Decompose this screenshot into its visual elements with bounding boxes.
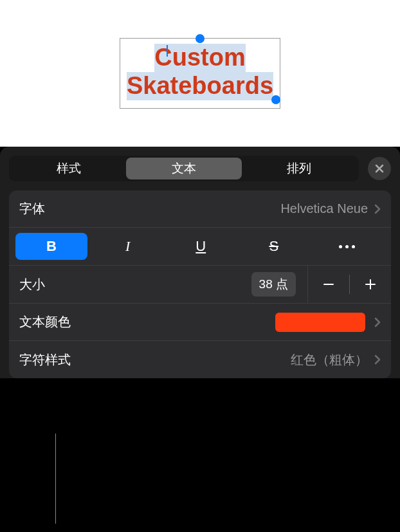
style-buttons-row: B I U S	[9, 228, 391, 266]
font-label: 字体	[19, 200, 45, 217]
text-color-label: 文本颜色	[19, 313, 71, 331]
ellipsis-icon	[339, 245, 355, 248]
format-panel: 样式 文本 排列 字体 Helvetica Neue B I U S	[0, 147, 400, 378]
character-style-row[interactable]: 字符样式 红色（粗体）	[9, 341, 391, 378]
more-styles-button[interactable]	[311, 233, 384, 260]
font-row[interactable]: 字体 Helvetica Neue	[9, 190, 391, 228]
tab-arrange[interactable]: 排列	[242, 158, 357, 179]
character-style-label: 字符样式	[19, 351, 71, 369]
text-line-1[interactable]: Custom	[154, 44, 245, 72]
size-row: 大小 38 点	[9, 266, 391, 304]
font-value: Helvetica Neue	[280, 201, 368, 216]
tab-text[interactable]: 文本	[126, 158, 241, 179]
chevron-right-icon	[374, 354, 381, 365]
selection-handle-bottom[interactable]	[271, 95, 280, 104]
selection-handle-top[interactable]	[195, 34, 205, 43]
segmented-control: 样式 文本 排列	[9, 156, 359, 181]
canvas-area: Custom Skateboards	[0, 0, 400, 147]
text-format-section: 字体 Helvetica Neue B I U S 大小 38 点	[9, 190, 391, 378]
size-label: 大小	[19, 276, 45, 293]
callout-line	[55, 434, 56, 524]
size-decrease-button[interactable]	[308, 266, 349, 303]
italic-button[interactable]: I	[91, 233, 165, 260]
plus-icon	[364, 278, 377, 291]
selection-cursor	[167, 45, 168, 57]
size-stepper	[307, 266, 391, 303]
strikethrough-button[interactable]: S	[237, 233, 311, 260]
selected-text-box[interactable]: Custom Skateboards	[120, 38, 280, 108]
close-icon	[374, 163, 385, 174]
bold-button[interactable]: B	[15, 233, 87, 260]
size-value[interactable]: 38 点	[251, 272, 296, 297]
text-color-row[interactable]: 文本颜色	[9, 304, 391, 341]
text-line-2[interactable]: Skateboards	[127, 72, 273, 100]
minus-icon	[322, 278, 335, 291]
tab-style[interactable]: 样式	[11, 158, 126, 179]
size-increase-button[interactable]	[350, 266, 391, 303]
chevron-right-icon	[374, 204, 381, 214]
character-style-value: 红色（粗体）	[291, 351, 368, 369]
panel-header: 样式 文本 排列	[5, 156, 395, 190]
chevron-right-icon	[374, 317, 381, 327]
underline-button[interactable]: U	[165, 233, 238, 260]
text-color-swatch[interactable]	[275, 313, 365, 332]
close-button[interactable]	[368, 157, 391, 180]
